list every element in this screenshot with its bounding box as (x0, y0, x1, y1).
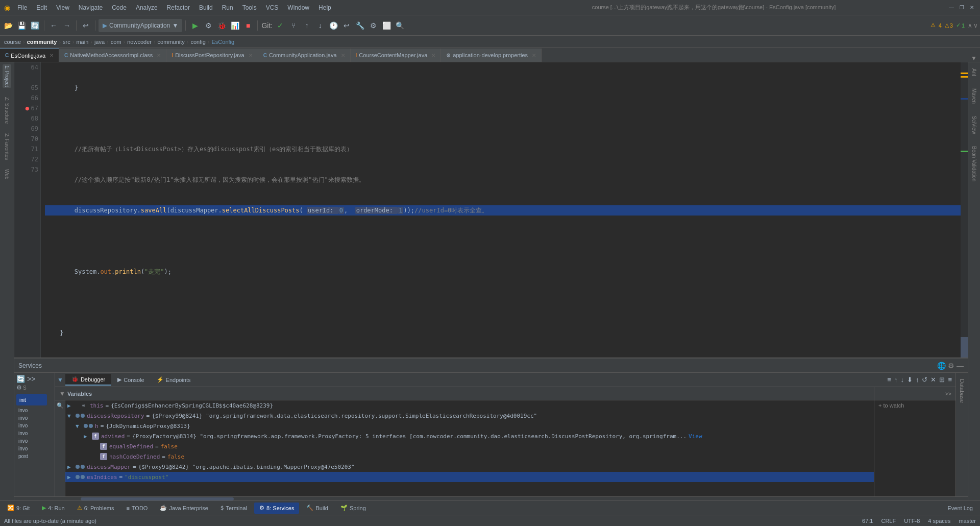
tab-communityapp[interactable]: C CommunityApplication.java ✕ (258, 49, 351, 62)
taskbar-build-btn[interactable]: 🔨 Build (301, 503, 333, 514)
var-expand-dr[interactable]: ▼ (67, 413, 76, 419)
crumb-config[interactable]: config (190, 39, 205, 45)
scroll-thumb[interactable] (961, 337, 968, 357)
taskbar-todo-btn[interactable]: ≡ TODO (121, 503, 153, 514)
debug-toolbar-step-over-btn[interactable]: ↑ (893, 376, 899, 384)
var-row-advised[interactable]: ▶ f advised = {ProxyFactory@8314} "org.s… (65, 431, 874, 441)
tab-discusspost[interactable]: I DiscussPostRepository.java ✕ (166, 49, 258, 62)
toolbar-open-btn[interactable]: 📂 (2, 19, 14, 32)
menu-navigate[interactable]: Navigate (75, 3, 107, 12)
menu-window[interactable]: Window (283, 3, 313, 12)
taskbar-git-btn[interactable]: 🔀 9: Git (2, 503, 35, 514)
taskbar-terminal-btn[interactable]: $ Terminal (215, 503, 252, 514)
var-row-hashcodedefined[interactable]: f hashCodeDefined = false (65, 451, 874, 462)
services-minimize-btn[interactable]: — (957, 362, 964, 370)
tab-esconfig[interactable]: C EsConfig.java ✕ (0, 49, 59, 62)
tab-coursecontentmapper[interactable]: I CourseContentMapper.java ✕ (351, 49, 442, 62)
status-branch[interactable]: master (959, 518, 976, 524)
debug-toolbar-run-cursor-btn[interactable]: ↑ (914, 376, 921, 384)
toolbar-git-pull-btn[interactable]: ↓ (314, 19, 326, 32)
watch-expand-btn[interactable]: >> (945, 391, 951, 397)
crumb-src[interactable]: src (63, 39, 70, 45)
toolbar-git-history-btn[interactable]: 🕐 (327, 19, 339, 32)
crumb-nowcoder[interactable]: nowcoder (127, 39, 152, 45)
tab-console[interactable]: ▶ Console (111, 374, 150, 385)
crumb-esconfig[interactable]: EsConfig (212, 39, 235, 45)
view-link-advised[interactable]: View (689, 433, 702, 440)
services-refresh-btn[interactable]: 🔄 (16, 375, 25, 383)
menu-analyze[interactable]: Analyze (132, 3, 162, 12)
toolbar-sync-btn[interactable]: 🔄 (29, 19, 41, 32)
services-settings-btn[interactable]: ⚙ (948, 362, 954, 370)
nav-down-btn[interactable]: ∨ (973, 22, 978, 29)
service-invoc-4[interactable]: invo (14, 429, 55, 437)
toolbar-git-merge-btn[interactable]: ⑂ (287, 19, 300, 32)
minimize-button[interactable]: — (947, 4, 955, 12)
bottom-scrollbar[interactable] (14, 496, 968, 500)
side-favorites-tab[interactable]: 2: Favorites (4, 133, 10, 160)
service-init-item[interactable]: init (16, 394, 47, 405)
tab-debugger[interactable]: 🐞 Debugger (65, 374, 111, 386)
debug-toolbar-frames-btn[interactable]: ✕ (929, 376, 938, 384)
crumb-java[interactable]: java (94, 39, 105, 45)
var-row-esindices[interactable]: ▶ esIndices = "discusspost" (65, 472, 874, 482)
side-project-tab[interactable]: 1: Project (3, 64, 11, 88)
menu-refactor[interactable]: Refactor (163, 3, 194, 12)
status-encoding[interactable]: UTF-8 (904, 518, 920, 524)
services-more-btn[interactable]: >> (27, 375, 35, 383)
taskbar-run-btn[interactable]: ▶ 4: Run (37, 503, 69, 514)
menu-tools[interactable]: Tools (238, 3, 261, 12)
service-post[interactable]: post (14, 452, 55, 460)
toolbar-search-btn[interactable]: 🔍 (394, 19, 406, 32)
side-ant-tab[interactable]: Ant (970, 64, 978, 80)
var-expand-this[interactable]: ▶ (67, 402, 80, 409)
var-row-discussrepository[interactable]: ▼ discussRepository = {$Proxy99@8241} "o… (65, 411, 874, 421)
side-maven-tab[interactable]: Maven (970, 84, 978, 108)
toolbar-git-check-btn[interactable]: ✓ (274, 19, 286, 32)
tab-close-discusspost[interactable]: ✕ (249, 53, 253, 58)
status-indent[interactable]: 4 spaces (928, 518, 950, 524)
toolbar-stop-btn[interactable]: ■ (242, 19, 254, 32)
debug-toolbar-step-into-btn[interactable]: ↓ (899, 376, 905, 384)
toolbar-run-config-btn[interactable]: ⚙ (202, 19, 214, 32)
toolbar-git-push-btn[interactable]: ↑ (301, 19, 313, 32)
crumb-course[interactable]: course (4, 39, 21, 45)
toolbar-run-btn[interactable]: ▶ (189, 19, 201, 32)
debug-toolbar-eval-btn[interactable]: ↺ (920, 376, 929, 384)
services-globe-btn[interactable]: 🌐 (937, 362, 946, 370)
minimap-scrollbar[interactable] (961, 62, 968, 357)
var-expand-ei[interactable]: ▶ (67, 474, 76, 481)
tab-close-esconfig[interactable]: ✕ (50, 53, 54, 58)
close-button[interactable]: ✕ (968, 4, 976, 12)
tab-overflow[interactable]: ▼ (968, 55, 980, 62)
tab-close-appproperties[interactable]: ✕ (532, 53, 536, 58)
taskbar-spring-btn[interactable]: 🌱 Spring (335, 503, 371, 514)
menu-view[interactable]: View (52, 3, 74, 12)
service-invoc-5[interactable]: invo (14, 437, 55, 445)
taskbar-problems-btn[interactable]: ⚠ 6: Problems (72, 503, 119, 514)
debug-toolbar-settings2-btn[interactable]: ≡ (946, 376, 953, 384)
run-config-selector[interactable]: ▶ CommunityApplication ▼ (99, 19, 182, 32)
side-beanval-tab[interactable]: Bean Validation (970, 142, 978, 185)
var-expand-advised[interactable]: ▶ (84, 433, 92, 440)
toolbar-git-btn[interactable]: Git: (261, 19, 273, 32)
toolbar-debug-btn[interactable]: 🐞 (215, 19, 228, 32)
var-row-discussmapper[interactable]: ▶ discussMapper = {$Proxy91@8242} "org.a… (65, 462, 874, 472)
menu-edit[interactable]: Edit (32, 3, 51, 12)
service-invoc-2[interactable]: invo (14, 414, 55, 422)
side-sciview-tab[interactable]: SciView (970, 112, 978, 138)
status-position[interactable]: 67:1 (862, 518, 873, 524)
menu-build[interactable]: Build (195, 3, 217, 12)
menu-code[interactable]: Code (108, 3, 131, 12)
crumb-community2[interactable]: community (158, 39, 185, 45)
menu-file[interactable]: File (13, 3, 31, 12)
crumb-community[interactable]: community (27, 39, 57, 45)
menu-help[interactable]: Help (314, 3, 335, 12)
service-invoc-1[interactable]: invo (14, 407, 55, 414)
toolbar-structure-btn[interactable]: ⚙ (367, 19, 379, 32)
debug-collapse-arrow[interactable]: ▼ (57, 376, 63, 384)
service-invoc-3[interactable]: invo (14, 422, 55, 429)
filter-icon[interactable]: 🔍 (57, 402, 64, 409)
toolbar-coverage-btn[interactable]: 📊 (229, 19, 241, 32)
tab-endpoints[interactable]: ⚡ Endpoints (151, 374, 197, 385)
